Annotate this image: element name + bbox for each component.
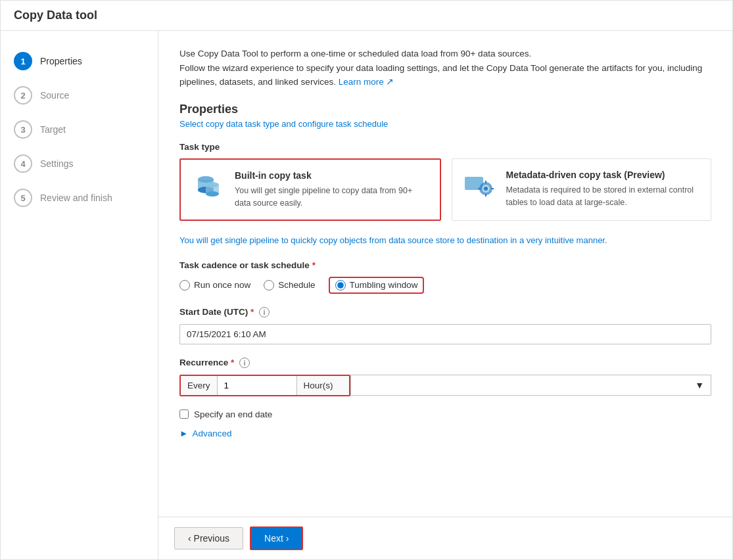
metadata-card-title: Metadata-driven copy task (Preview) bbox=[506, 170, 701, 180]
recurrence-unit: Hour(s) bbox=[296, 376, 349, 395]
step-circle-3: 3 bbox=[14, 120, 32, 139]
sidebar-item-settings[interactable]: 4 Settings bbox=[1, 147, 158, 181]
dropdown-chevron-icon: ▼ bbox=[695, 380, 704, 390]
title-bar: Copy Data tool bbox=[1, 1, 732, 31]
info-banner: Use Copy Data Tool to perform a one-time… bbox=[179, 47, 711, 89]
next-button[interactable]: Next › bbox=[250, 526, 303, 550]
cadence-required: * bbox=[312, 260, 316, 270]
learn-more-link[interactable]: Learn more ↗ bbox=[339, 77, 394, 87]
sidebar-item-target[interactable]: 3 Target bbox=[1, 112, 158, 147]
advanced-label: Advanced bbox=[192, 429, 231, 438]
radio-schedule[interactable]: Schedule bbox=[264, 280, 315, 291]
content-body: Use Copy Data Tool to perform a one-time… bbox=[158, 31, 732, 517]
recurrence-value-input[interactable] bbox=[218, 376, 296, 395]
start-date-label: Start Date (UTC) * i bbox=[179, 307, 711, 317]
section-subtitle: Select copy data task type and configure… bbox=[179, 119, 711, 129]
specify-end-date-row[interactable]: Specify an end date bbox=[179, 409, 711, 419]
sidebar-item-properties[interactable]: 1 Properties bbox=[1, 44, 158, 78]
radio-schedule-label: Schedule bbox=[278, 280, 315, 290]
svg-point-5 bbox=[206, 191, 219, 197]
builtin-card-desc: You will get single pipeline to copy dat… bbox=[235, 185, 429, 210]
builtin-card-content: Built-in copy task You will get single p… bbox=[235, 170, 429, 210]
metadata-card-desc: Metadata is required to be stored in ext… bbox=[506, 184, 701, 209]
builtin-copy-icon bbox=[191, 170, 225, 204]
start-date-info-icon[interactable]: i bbox=[259, 307, 270, 317]
radio-run-once-label: Run once now bbox=[194, 280, 250, 290]
sidebar: 1 Properties 2 Source 3 Target 4 Setting… bbox=[1, 31, 158, 559]
task-type-label: Task type bbox=[179, 142, 711, 152]
next-chevron-icon: › bbox=[286, 533, 289, 544]
recurrence-unit-dropdown[interactable]: ▼ bbox=[350, 375, 711, 396]
pipeline-note: You will get single pipeline to quickly … bbox=[179, 234, 711, 247]
task-cards: Built-in copy task You will get single p… bbox=[179, 158, 711, 222]
sidebar-label-settings: Settings bbox=[40, 158, 74, 169]
next-label: Next bbox=[264, 533, 283, 544]
start-date-input[interactable] bbox=[179, 324, 711, 344]
sidebar-label-properties: Properties bbox=[40, 56, 82, 66]
radio-group: Run once now Schedule Tumbling window bbox=[179, 277, 711, 294]
radio-tumbling-input[interactable] bbox=[335, 280, 346, 291]
sidebar-label-source: Source bbox=[40, 90, 69, 101]
previous-chevron-icon: ‹ bbox=[188, 533, 194, 544]
step-circle-5: 5 bbox=[14, 189, 32, 207]
step-circle-1: 1 bbox=[14, 52, 32, 70]
footer: ‹ Previous Next › bbox=[158, 517, 732, 559]
radio-run-once[interactable]: Run once now bbox=[179, 280, 250, 291]
recurrence-row: Every Hour(s) bbox=[179, 375, 350, 396]
radio-tumbling[interactable]: Tumbling window bbox=[329, 277, 425, 294]
metadata-card-content: Metadata-driven copy task (Preview) Meta… bbox=[506, 170, 701, 209]
date-section: Start Date (UTC) * i bbox=[179, 307, 711, 344]
builtin-card-title: Built-in copy task bbox=[235, 170, 429, 181]
section-title: Properties bbox=[179, 103, 711, 116]
specify-end-date-checkbox[interactable] bbox=[179, 409, 189, 419]
sidebar-label-target: Target bbox=[40, 124, 66, 135]
previous-button[interactable]: ‹ Previous bbox=[174, 527, 243, 549]
info-line3: pipelines, datasets, and linked services… bbox=[179, 75, 711, 89]
cadence-section: Task cadence or task schedule * Run once… bbox=[179, 260, 711, 294]
radio-tumbling-label: Tumbling window bbox=[350, 280, 418, 290]
recurrence-section: Recurrence * i Every Hour(s) ▼ bbox=[179, 358, 711, 396]
cadence-label: Task cadence or task schedule * bbox=[179, 260, 711, 270]
info-line1: Use Copy Data Tool to perform a one-time… bbox=[179, 47, 711, 61]
app-title: Copy Data tool bbox=[14, 9, 719, 22]
specify-end-date-label: Specify an end date bbox=[194, 409, 272, 419]
previous-label: Previous bbox=[194, 533, 229, 544]
recurrence-info-icon[interactable]: i bbox=[239, 358, 250, 368]
task-card-metadata[interactable]: Metadata-driven copy task (Preview) Meta… bbox=[452, 158, 712, 222]
recurrence-label: Recurrence * i bbox=[179, 358, 711, 368]
recurrence-every-label: Every bbox=[181, 376, 218, 395]
radio-run-once-input[interactable] bbox=[179, 280, 190, 291]
advanced-row[interactable]: ► Advanced bbox=[179, 429, 711, 438]
content-area: Use Copy Data Tool to perform a one-time… bbox=[158, 31, 732, 559]
step-circle-2: 2 bbox=[14, 86, 32, 105]
radio-schedule-input[interactable] bbox=[264, 280, 274, 291]
metadata-copy-icon bbox=[463, 170, 497, 204]
info-line2: Follow the wizard experience to specify … bbox=[179, 61, 711, 76]
chevron-right-icon: ► bbox=[179, 429, 188, 438]
sidebar-item-review[interactable]: 5 Review and finish bbox=[1, 181, 158, 215]
sidebar-item-source[interactable]: 2 Source bbox=[1, 78, 158, 112]
sidebar-label-review: Review and finish bbox=[40, 193, 112, 203]
task-card-builtin[interactable]: Built-in copy task You will get single p… bbox=[179, 158, 441, 222]
step-circle-4: 4 bbox=[14, 154, 32, 173]
svg-point-9 bbox=[484, 187, 488, 191]
